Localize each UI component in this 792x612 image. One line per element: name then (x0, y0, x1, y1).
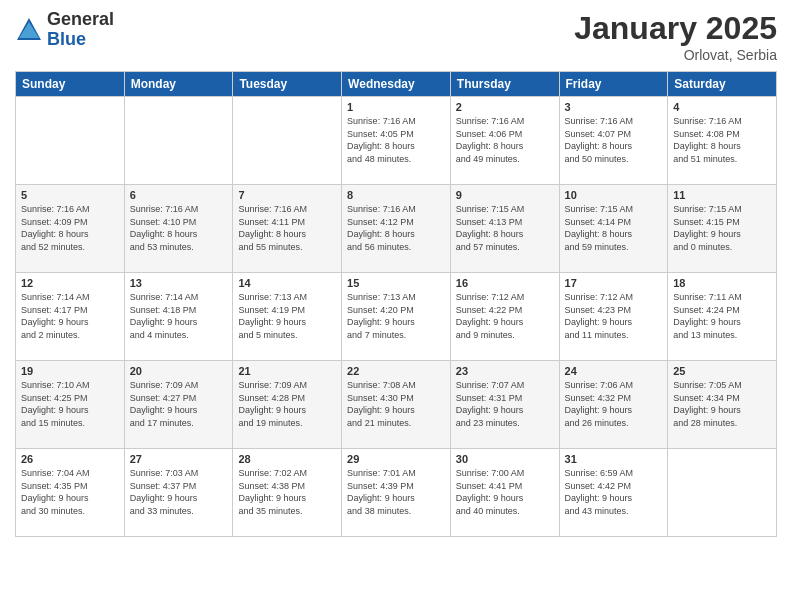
table-row: 2Sunrise: 7:16 AMSunset: 4:06 PMDaylight… (450, 97, 559, 185)
daylight-label: Daylight: 9 hours (456, 317, 524, 327)
header: General Blue January 2025 Orlovat, Serbi… (15, 10, 777, 63)
daylight-minutes: and 48 minutes. (347, 154, 411, 164)
sunset-text: Sunset: 4:24 PM (673, 305, 740, 315)
day-info: Sunrise: 6:59 AMSunset: 4:42 PMDaylight:… (565, 467, 663, 517)
day-info: Sunrise: 7:16 AMSunset: 4:11 PMDaylight:… (238, 203, 336, 253)
sunset-text: Sunset: 4:34 PM (673, 393, 740, 403)
daylight-label: Daylight: 9 hours (130, 405, 198, 415)
calendar: Sunday Monday Tuesday Wednesday Thursday… (15, 71, 777, 537)
day-number: 22 (347, 365, 445, 377)
daylight-minutes: and 43 minutes. (565, 506, 629, 516)
sunrise-text: Sunrise: 7:07 AM (456, 380, 525, 390)
day-number: 19 (21, 365, 119, 377)
col-monday: Monday (124, 72, 233, 97)
day-info: Sunrise: 7:09 AMSunset: 4:28 PMDaylight:… (238, 379, 336, 429)
table-row: 12Sunrise: 7:14 AMSunset: 4:17 PMDayligh… (16, 273, 125, 361)
daylight-minutes: and 17 minutes. (130, 418, 194, 428)
day-number: 7 (238, 189, 336, 201)
sunrise-text: Sunrise: 7:16 AM (130, 204, 199, 214)
daylight-minutes: and 49 minutes. (456, 154, 520, 164)
table-row: 11Sunrise: 7:15 AMSunset: 4:15 PMDayligh… (668, 185, 777, 273)
daylight-minutes: and 35 minutes. (238, 506, 302, 516)
sunset-text: Sunset: 4:12 PM (347, 217, 414, 227)
calendar-header-row: Sunday Monday Tuesday Wednesday Thursday… (16, 72, 777, 97)
table-row: 25Sunrise: 7:05 AMSunset: 4:34 PMDayligh… (668, 361, 777, 449)
table-row: 13Sunrise: 7:14 AMSunset: 4:18 PMDayligh… (124, 273, 233, 361)
daylight-minutes: and 26 minutes. (565, 418, 629, 428)
sunset-text: Sunset: 4:17 PM (21, 305, 88, 315)
sunset-text: Sunset: 4:14 PM (565, 217, 632, 227)
day-number: 13 (130, 277, 228, 289)
day-info: Sunrise: 7:13 AMSunset: 4:19 PMDaylight:… (238, 291, 336, 341)
day-number: 23 (456, 365, 554, 377)
sunset-text: Sunset: 4:35 PM (21, 481, 88, 491)
table-row: 15Sunrise: 7:13 AMSunset: 4:20 PMDayligh… (342, 273, 451, 361)
sunset-text: Sunset: 4:08 PM (673, 129, 740, 139)
daylight-minutes: and 21 minutes. (347, 418, 411, 428)
month-title: January 2025 (574, 10, 777, 47)
location: Orlovat, Serbia (574, 47, 777, 63)
daylight-label: Daylight: 9 hours (130, 317, 198, 327)
table-row: 22Sunrise: 7:08 AMSunset: 4:30 PMDayligh… (342, 361, 451, 449)
table-row: 29Sunrise: 7:01 AMSunset: 4:39 PMDayligh… (342, 449, 451, 537)
daylight-minutes: and 59 minutes. (565, 242, 629, 252)
day-number: 4 (673, 101, 771, 113)
page: General Blue January 2025 Orlovat, Serbi… (0, 0, 792, 612)
day-info: Sunrise: 7:03 AMSunset: 4:37 PMDaylight:… (130, 467, 228, 517)
daylight-minutes: and 19 minutes. (238, 418, 302, 428)
table-row: 8Sunrise: 7:16 AMSunset: 4:12 PMDaylight… (342, 185, 451, 273)
sunset-text: Sunset: 4:13 PM (456, 217, 523, 227)
sunrise-text: Sunrise: 7:15 AM (673, 204, 742, 214)
sunrise-text: Sunrise: 7:00 AM (456, 468, 525, 478)
day-info: Sunrise: 7:16 AMSunset: 4:06 PMDaylight:… (456, 115, 554, 165)
sunrise-text: Sunrise: 7:06 AM (565, 380, 634, 390)
table-row: 4Sunrise: 7:16 AMSunset: 4:08 PMDaylight… (668, 97, 777, 185)
table-row: 28Sunrise: 7:02 AMSunset: 4:38 PMDayligh… (233, 449, 342, 537)
day-info: Sunrise: 7:14 AMSunset: 4:18 PMDaylight:… (130, 291, 228, 341)
day-info: Sunrise: 7:16 AMSunset: 4:09 PMDaylight:… (21, 203, 119, 253)
table-row: 21Sunrise: 7:09 AMSunset: 4:28 PMDayligh… (233, 361, 342, 449)
table-row: 24Sunrise: 7:06 AMSunset: 4:32 PMDayligh… (559, 361, 668, 449)
table-row: 27Sunrise: 7:03 AMSunset: 4:37 PMDayligh… (124, 449, 233, 537)
sunrise-text: Sunrise: 7:16 AM (565, 116, 634, 126)
sunset-text: Sunset: 4:41 PM (456, 481, 523, 491)
day-info: Sunrise: 7:16 AMSunset: 4:12 PMDaylight:… (347, 203, 445, 253)
day-info: Sunrise: 7:00 AMSunset: 4:41 PMDaylight:… (456, 467, 554, 517)
daylight-minutes: and 38 minutes. (347, 506, 411, 516)
table-row (124, 97, 233, 185)
day-info: Sunrise: 7:15 AMSunset: 4:15 PMDaylight:… (673, 203, 771, 253)
title-section: January 2025 Orlovat, Serbia (574, 10, 777, 63)
day-info: Sunrise: 7:07 AMSunset: 4:31 PMDaylight:… (456, 379, 554, 429)
daylight-minutes: and 51 minutes. (673, 154, 737, 164)
daylight-label: Daylight: 8 hours (673, 141, 741, 151)
sunrise-text: Sunrise: 7:16 AM (238, 204, 307, 214)
table-row: 23Sunrise: 7:07 AMSunset: 4:31 PMDayligh… (450, 361, 559, 449)
daylight-minutes: and 23 minutes. (456, 418, 520, 428)
daylight-minutes: and 53 minutes. (130, 242, 194, 252)
daylight-label: Daylight: 9 hours (347, 405, 415, 415)
table-row (233, 97, 342, 185)
day-info: Sunrise: 7:04 AMSunset: 4:35 PMDaylight:… (21, 467, 119, 517)
sunset-text: Sunset: 4:18 PM (130, 305, 197, 315)
calendar-week-row: 26Sunrise: 7:04 AMSunset: 4:35 PMDayligh… (16, 449, 777, 537)
day-number: 31 (565, 453, 663, 465)
day-info: Sunrise: 7:12 AMSunset: 4:22 PMDaylight:… (456, 291, 554, 341)
sunrise-text: Sunrise: 7:10 AM (21, 380, 90, 390)
day-number: 10 (565, 189, 663, 201)
daylight-minutes: and 57 minutes. (456, 242, 520, 252)
table-row (668, 449, 777, 537)
sunset-text: Sunset: 4:38 PM (238, 481, 305, 491)
daylight-minutes: and 4 minutes. (130, 330, 189, 340)
day-number: 16 (456, 277, 554, 289)
daylight-label: Daylight: 8 hours (21, 229, 89, 239)
col-wednesday: Wednesday (342, 72, 451, 97)
day-number: 20 (130, 365, 228, 377)
day-number: 25 (673, 365, 771, 377)
day-number: 1 (347, 101, 445, 113)
daylight-minutes: and 33 minutes. (130, 506, 194, 516)
daylight-label: Daylight: 9 hours (238, 493, 306, 503)
sunrise-text: Sunrise: 7:09 AM (238, 380, 307, 390)
sunrise-text: Sunrise: 7:13 AM (347, 292, 416, 302)
daylight-label: Daylight: 9 hours (456, 493, 524, 503)
day-number: 26 (21, 453, 119, 465)
